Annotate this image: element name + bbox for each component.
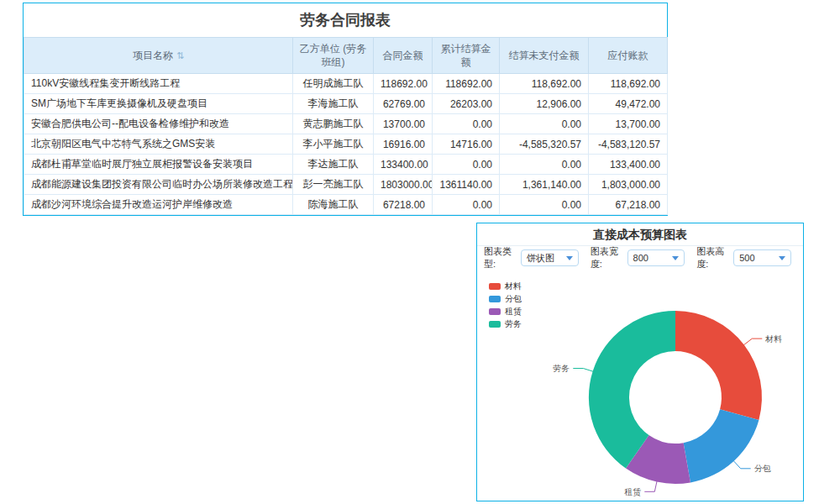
chevron-down-icon <box>779 256 785 260</box>
unpaid-amount-cell: 118,692.00 <box>500 74 589 94</box>
labor-contract-report-panel: 劳务合同报表 项目名称⇅ 乙方单位 (劳务班组) 合同金额 累计结算金额 结算未… <box>23 3 668 216</box>
pie-label-line <box>733 460 751 469</box>
table-row: 安徽合肥供电公司--配电设备检修维护和改造 黄志鹏施工队 13700.00 0.… <box>24 114 668 134</box>
team-cell: 李海施工队 <box>293 94 374 114</box>
legend-item-rental[interactable]: 租赁 <box>489 305 522 318</box>
team-cell: 李达施工队 <box>293 155 374 175</box>
pie-slice-label: 劳务 <box>553 364 570 373</box>
unpaid-amount-cell: -4,585,320.57 <box>500 134 589 155</box>
project-name-link[interactable]: 成都沙河环境综合提升改造运河护岸维修改造 <box>31 198 233 210</box>
chart-height-value: 500 <box>739 253 754 263</box>
legend-swatch <box>489 296 501 302</box>
legend-item-subcontract[interactable]: 分包 <box>489 292 522 305</box>
chart-width-label: 图表宽度: <box>591 245 622 270</box>
payable-cell: 13,700.00 <box>589 114 668 134</box>
legend-swatch <box>489 321 501 328</box>
chart-width-control: 图表宽度: 800 <box>591 245 685 270</box>
unpaid-amount-cell: 0.00 <box>500 114 589 134</box>
pie-slice-label: 材料 <box>764 334 782 344</box>
project-name-link[interactable]: 成都杜甫草堂临时展厅独立展柜报警设备安装项目 <box>31 158 253 170</box>
table-header-row: 项目名称⇅ 乙方单位 (劳务班组) 合同金额 累计结算金额 结算未支付金额 应付… <box>24 38 668 74</box>
table-row: 成都能源建设集团投资有限公司临时办公场所装修改造工程EPC 彭一亮施工队 180… <box>24 175 668 195</box>
team-cell: 黄志鹏施工队 <box>293 114 374 134</box>
table-row: 成都沙河环境综合提升改造运河护岸维修改造 陈海施工队 67218.00 0.00… <box>24 195 668 215</box>
project-name-link[interactable]: 北京朝阳区电气中芯特气系统之GMS安装 <box>31 138 215 150</box>
contract-amount-cell: 16916.00 <box>374 134 433 155</box>
table-row: 北京朝阳区电气中芯特气系统之GMS安装 李小平施工队 16916.00 1471… <box>24 134 668 155</box>
chart-type-control: 图表类型: 饼状图 <box>484 245 579 270</box>
unpaid-amount-cell: 12,906.00 <box>500 94 589 114</box>
contract-amount-cell: 13700.00 <box>374 114 433 134</box>
table-row: 成都杜甫草堂临时展厅独立展柜报警设备安装项目 李达施工队 133400.00 0… <box>24 155 668 175</box>
chart-height-select[interactable]: 500 <box>733 249 791 266</box>
settled-amount-cell: 0.00 <box>433 155 500 175</box>
team-cell: 任明成施工队 <box>293 74 374 94</box>
settled-amount-cell: 14716.00 <box>433 134 500 155</box>
project-name-link[interactable]: SM广场地下车库更换摄像机及硬盘项目 <box>31 97 207 109</box>
table-row: 110kV安徽线程集变开断线路工程 任明成施工队 118692.00 11869… <box>24 74 668 94</box>
chart-title: 直接成本预算图表 <box>477 223 803 246</box>
chevron-down-icon <box>566 256 573 260</box>
payable-cell: 49,472.00 <box>589 94 668 114</box>
legend-swatch <box>489 308 501 315</box>
col-header-contract-amount: 合同金额 <box>374 38 433 74</box>
unpaid-amount-cell: 0.00 <box>500 195 589 215</box>
chart-width-value: 800 <box>633 253 648 263</box>
project-name-link[interactable]: 安徽合肥供电公司--配电设备检修维护和改造 <box>31 118 229 129</box>
direct-cost-chart-panel: 直接成本预算图表 图表类型: 饼状图 图表宽度: 800 图表高度: 500 <box>476 223 804 501</box>
sort-icon[interactable]: ⇅ <box>176 50 184 60</box>
pie-chart-area: 材料 分包 租赁 劳务 材料分包租赁劳务 <box>477 270 803 501</box>
labor-contract-table: 项目名称⇅ 乙方单位 (劳务班组) 合同金额 累计结算金额 结算未支付金额 应付… <box>24 37 668 215</box>
settled-amount-cell: 26203.00 <box>433 94 500 114</box>
pie-slice-label: 分包 <box>754 464 771 473</box>
donut-chart: 材料分包租赁劳务 <box>477 270 803 501</box>
pie-slice-0[interactable] <box>675 311 762 420</box>
project-name-link[interactable]: 成都能源建设集团投资有限公司临时办公场所装修改造工程EPC <box>31 178 293 190</box>
pie-slice-1[interactable] <box>684 409 759 482</box>
col-header-settled-amount: 累计结算金额 <box>433 38 500 74</box>
report-title: 劳务合同报表 <box>24 3 667 37</box>
contract-amount-cell: 1803000.00 <box>374 175 433 195</box>
contract-amount-cell: 62769.00 <box>374 94 433 114</box>
team-cell: 陈海施工队 <box>293 195 374 215</box>
chevron-down-icon <box>672 256 679 260</box>
chart-type-select[interactable]: 饼状图 <box>521 249 579 266</box>
payable-cell: 67,218.00 <box>589 195 668 215</box>
project-name-link[interactable]: 110kV安徽线程集变开断线路工程 <box>31 77 180 89</box>
table-row: SM广场地下车库更换摄像机及硬盘项目 李海施工队 62769.00 26203.… <box>24 94 668 114</box>
unpaid-amount-cell: 1,361,140.00 <box>500 175 589 195</box>
chart-height-control: 图表高度: 500 <box>696 245 791 270</box>
team-cell: 李小平施工队 <box>293 134 374 155</box>
settled-amount-cell: 1361140.00 <box>433 175 500 195</box>
col-header-project-name: 项目名称⇅ <box>24 38 293 74</box>
col-header-party-b: 乙方单位 (劳务班组) <box>293 38 374 74</box>
pie-slice-label: 租赁 <box>624 487 641 496</box>
chart-type-value: 饼状图 <box>527 252 554 265</box>
unpaid-amount-cell: 0.00 <box>500 155 589 175</box>
settled-amount-cell: 118692.00 <box>433 74 500 94</box>
settled-amount-cell: 0.00 <box>433 195 500 215</box>
settled-amount-cell: 0.00 <box>433 114 500 134</box>
contract-amount-cell: 133400.00 <box>374 155 433 175</box>
team-cell: 彭一亮施工队 <box>293 175 374 195</box>
contract-amount-cell: 118692.00 <box>374 74 433 94</box>
payable-cell: 133,400.00 <box>589 155 668 175</box>
chart-height-label: 图表高度: <box>696 245 728 270</box>
legend-swatch <box>489 283 501 290</box>
payable-cell: -4,583,120.57 <box>589 134 668 155</box>
pie-label-line <box>743 339 762 345</box>
pie-label-line <box>573 369 593 372</box>
col-header-payable: 应付账款 <box>589 38 668 74</box>
pie-label-line <box>644 481 657 492</box>
chart-width-select[interactable]: 800 <box>627 249 685 266</box>
payable-cell: 118,692.00 <box>589 74 668 94</box>
legend-item-materials[interactable]: 材料 <box>489 280 522 292</box>
chart-type-label: 图表类型: <box>484 245 516 270</box>
col-header-unpaid-amount: 结算未支付金额 <box>500 38 589 74</box>
chart-controls: 图表类型: 饼状图 图表宽度: 800 图表高度: 500 <box>477 246 803 270</box>
payable-cell: 1,803,000.00 <box>589 175 668 195</box>
legend-item-labor[interactable]: 劳务 <box>489 318 522 330</box>
contract-amount-cell: 67218.00 <box>374 195 433 215</box>
chart-legend: 材料 分包 租赁 劳务 <box>489 280 522 330</box>
